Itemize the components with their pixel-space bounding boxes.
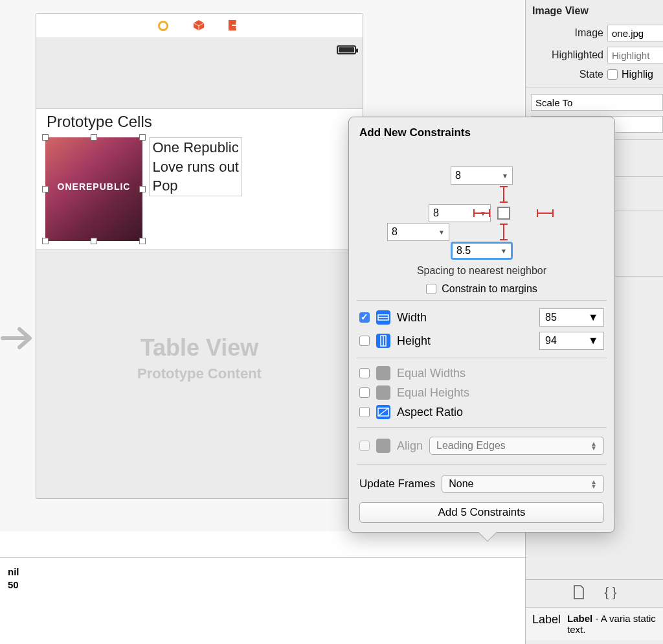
update-frames-label: Update Frames	[359, 477, 435, 490]
align-check	[359, 441, 370, 451]
exit-icon[interactable]	[228, 19, 241, 32]
file-template-icon[interactable]	[572, 585, 585, 602]
eq-height-icon	[376, 385, 390, 400]
svg-line-21	[378, 408, 388, 416]
state-checkbox[interactable]	[607, 69, 618, 80]
scene-toolbar	[36, 14, 363, 38]
image-field-label: Image	[526, 27, 603, 39]
spacing-grid: 8▼ 8▼ 8▼ 8.5▼	[359, 147, 604, 260]
content-mode-field[interactable]	[531, 94, 663, 111]
width-check[interactable]	[359, 312, 370, 323]
width-value-field[interactable]: 85▼	[539, 308, 604, 327]
stop-icon[interactable]	[158, 19, 171, 32]
height-icon	[376, 334, 390, 348]
album-art-imageview[interactable]	[45, 137, 142, 241]
prototype-cell[interactable]: One Republic Love runs out Pop	[36, 133, 363, 250]
aspect-icon	[376, 405, 390, 419]
tableview-placeholder: Table View Prototype Content	[36, 250, 363, 382]
add-constraints-button[interactable]: Add 5 Constraints	[359, 502, 604, 523]
tableview-placeholder-title: Table View	[36, 334, 363, 362]
tableview-placeholder-subtitle: Prototype Content	[36, 365, 363, 382]
top-strut[interactable]	[503, 187, 504, 202]
align-icon	[376, 439, 390, 453]
bottom-strut[interactable]	[503, 224, 504, 240]
cube-icon[interactable]	[193, 19, 206, 32]
width-label: Width	[397, 311, 533, 325]
right-spacing-input[interactable]: 8▼	[387, 223, 449, 241]
spacing-caption: Spacing to nearest neighbor	[359, 265, 604, 277]
top-spacing-input[interactable]: 8▼	[451, 167, 513, 185]
highlighted-field-label: Highlighted	[526, 49, 603, 61]
library-item-label[interactable]: Label Label - A varia static text.	[526, 607, 663, 640]
state-check-text: Highlig	[622, 69, 653, 80]
left-strut[interactable]	[474, 213, 489, 214]
aspect-check[interactable]	[359, 407, 370, 417]
eq-width-check	[359, 368, 370, 378]
height-label: Height	[397, 334, 533, 348]
cell-text-labels[interactable]: One Republic Love runs out Pop	[149, 137, 242, 196]
battery-icon	[337, 45, 356, 54]
height-value-field[interactable]: 94▼	[539, 332, 604, 350]
eq-width-label: Equal Widths	[397, 367, 604, 380]
eq-width-icon	[376, 366, 390, 380]
cell-title-label: One Republic	[152, 138, 238, 157]
spacing-center-view	[497, 207, 510, 220]
width-icon	[376, 310, 390, 325]
inspector-section-title: Image View	[526, 0, 663, 22]
popover-title: Add New Constraints	[359, 126, 604, 139]
constrain-margins-label: Constrain to margins	[442, 283, 537, 295]
bottom-spacing-input[interactable]: 8.5▼	[451, 242, 513, 260]
add-constraints-popover[interactable]: Add New Constraints 8▼ 8▼ 8▼ 8.5▼ Spacin…	[348, 117, 615, 533]
image-field[interactable]	[607, 25, 663, 41]
object-library[interactable]: { } Label Label - A varia static text.	[526, 579, 663, 644]
highlighted-field[interactable]	[607, 47, 663, 63]
constrain-margins-check[interactable]	[426, 284, 436, 294]
storyboard-entry-arrow	[0, 324, 36, 355]
cell-subtitle-label: Love runs out	[152, 157, 238, 177]
status-bar	[36, 38, 363, 64]
cell-genre-label: Pop	[152, 176, 238, 196]
align-label: Align	[397, 439, 423, 453]
state-label: State	[526, 69, 603, 80]
scene-device-frame[interactable]: Prototype Cells One Republic Love runs o…	[36, 13, 363, 499]
height-check[interactable]	[359, 336, 370, 346]
popover-arrow	[478, 532, 497, 541]
aspect-label: Aspect Ratio	[397, 406, 604, 419]
update-frames-select[interactable]: None▲▼	[442, 475, 604, 493]
code-snippet-icon[interactable]: { }	[605, 585, 617, 602]
right-strut[interactable]	[537, 213, 553, 214]
eq-height-check	[359, 387, 370, 398]
eq-height-label: Equal Heights	[397, 386, 604, 400]
library-item-title: Label	[532, 613, 561, 635]
prototype-cells-header: Prototype Cells	[36, 108, 363, 133]
align-select[interactable]: Leading Edges▲▼	[429, 437, 604, 455]
library-item-desc: Label - A varia static text.	[567, 613, 657, 635]
